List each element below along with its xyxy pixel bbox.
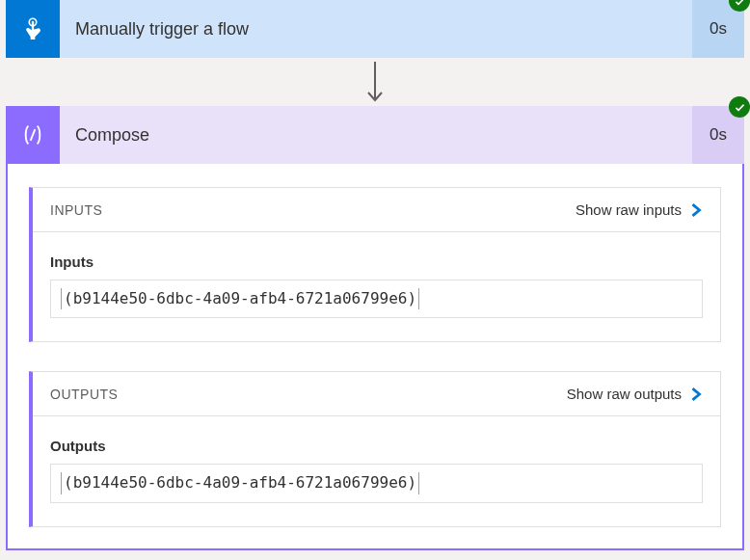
touch-icon <box>19 15 46 42</box>
checkmark-icon <box>734 101 746 114</box>
outputs-header-title: OUTPUTS <box>50 387 118 402</box>
compose-body: INPUTS Show raw inputs Inputs (b9144e50-… <box>6 164 744 550</box>
outputs-section-header: OUTPUTS Show raw outputs <box>33 372 720 416</box>
show-raw-inputs-button[interactable]: Show raw inputs <box>576 201 703 218</box>
success-badge <box>729 96 750 118</box>
inputs-section: INPUTS Show raw inputs Inputs (b9144e50-… <box>29 187 721 342</box>
inputs-section-body: Inputs (b9144e50-6dbc-4a09-afb4-6721a067… <box>33 232 720 341</box>
chevron-right-icon <box>689 387 703 401</box>
outputs-field-value: (b9144e50-6dbc-4a09-afb4-6721a06799e6) <box>50 464 703 502</box>
inputs-section-header: INPUTS Show raw inputs <box>33 188 720 232</box>
outputs-section: OUTPUTS Show raw outputs Outputs (b9144e… <box>29 371 721 526</box>
compose-title: Compose <box>60 106 692 164</box>
trigger-icon <box>6 0 60 58</box>
chevron-right-icon <box>689 203 703 217</box>
show-raw-outputs-button[interactable]: Show raw outputs <box>567 386 703 402</box>
outputs-field-label: Outputs <box>50 438 703 454</box>
trigger-card[interactable]: Manually trigger a flow 0s <box>6 0 744 58</box>
arrow-down-icon <box>363 60 387 104</box>
inputs-field-value: (b9144e50-6dbc-4a09-afb4-6721a06799e6) <box>50 280 703 318</box>
flow-arrow <box>0 58 750 106</box>
outputs-value-text: (b9144e50-6dbc-4a09-afb4-6721a06799e6) <box>61 472 419 493</box>
compose-header: Compose 0s <box>6 106 744 164</box>
compose-card[interactable]: Compose 0s INPUTS Show raw inputs Inputs… <box>6 106 744 550</box>
inputs-field-label: Inputs <box>50 253 703 270</box>
checkmark-icon <box>734 0 746 8</box>
trigger-title: Manually trigger a flow <box>60 0 692 58</box>
show-raw-outputs-label: Show raw outputs <box>567 386 682 402</box>
inputs-value-text: (b9144e50-6dbc-4a09-afb4-6721a06799e6) <box>61 288 419 309</box>
outputs-section-body: Outputs (b9144e50-6dbc-4a09-afb4-6721a06… <box>33 416 720 525</box>
inputs-header-title: INPUTS <box>50 202 102 218</box>
show-raw-inputs-label: Show raw inputs <box>576 201 682 218</box>
compose-icon <box>6 106 60 164</box>
data-operations-icon <box>19 121 46 148</box>
trigger-header: Manually trigger a flow 0s <box>6 0 744 58</box>
